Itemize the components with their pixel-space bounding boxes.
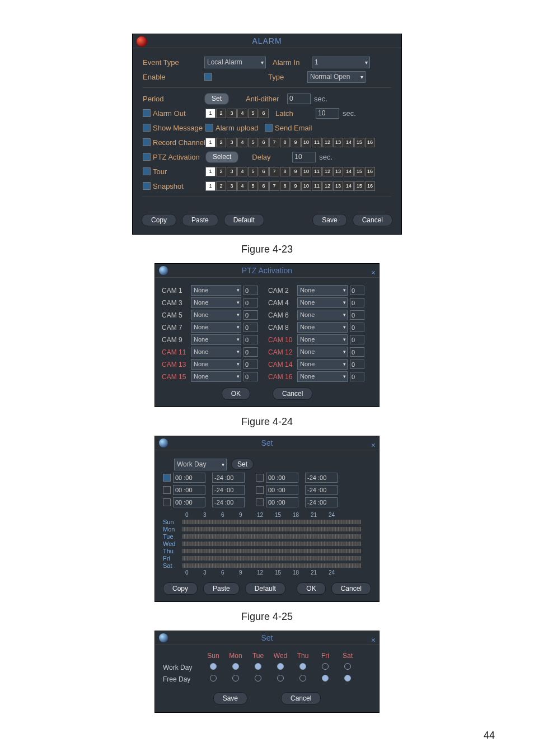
slot-checkbox[interactable] (256, 498, 264, 506)
enable-checkbox[interactable] (204, 73, 212, 81)
ptz-preset-select[interactable]: None (191, 371, 241, 382)
channel-2[interactable]: 2 (216, 167, 226, 176)
cancel-button[interactable]: Cancel (331, 582, 371, 595)
channel-5[interactable]: 5 (248, 167, 258, 176)
alarm-upload-checkbox[interactable] (205, 124, 213, 132)
channel-3[interactable]: 3 (227, 109, 237, 118)
slot-checkbox[interactable] (163, 474, 171, 482)
channel-5[interactable]: 5 (248, 109, 258, 118)
show-message-checkbox[interactable] (143, 124, 151, 132)
channel-6[interactable]: 6 (259, 167, 269, 176)
record-channel-checkbox[interactable] (143, 138, 151, 146)
default-button[interactable]: Default (245, 582, 285, 595)
channel-4[interactable]: 4 (237, 138, 247, 147)
channel-14[interactable]: 14 (344, 181, 354, 191)
slot-checkbox[interactable] (256, 474, 264, 482)
record-channels[interactable]: 12345678910111213141516 (205, 138, 375, 147)
channel-12[interactable]: 12 (322, 138, 332, 147)
default-button[interactable]: Default (224, 214, 264, 226)
ptz-preset-select[interactable]: None (297, 359, 348, 370)
day-bar[interactable] (182, 534, 361, 539)
freeday-radio[interactable] (210, 675, 217, 682)
channel-14[interactable]: 14 (344, 167, 354, 176)
copy-button[interactable]: Copy (163, 582, 198, 595)
freeday-radio[interactable] (232, 675, 239, 682)
ptz-preset-input[interactable] (350, 360, 364, 369)
channel-1[interactable]: 1 (205, 167, 216, 176)
workday-select[interactable]: Work Day (174, 459, 227, 470)
channel-10[interactable]: 10 (301, 138, 311, 147)
channel-6[interactable]: 6 (259, 109, 269, 118)
save-button[interactable]: Save (312, 214, 346, 226)
channel-1[interactable]: 1 (205, 181, 216, 191)
freeday-radio[interactable] (277, 675, 284, 682)
ptz-preset-input[interactable] (350, 310, 364, 320)
cancel-button[interactable]: Cancel (353, 214, 392, 226)
slot-checkbox[interactable] (256, 486, 264, 494)
set-button[interactable]: Set (231, 459, 254, 470)
ptz-preset-input[interactable] (243, 323, 258, 332)
type-select[interactable]: Normal Open (307, 71, 366, 83)
freeday-radio[interactable] (322, 675, 329, 682)
channel-3[interactable]: 3 (227, 167, 237, 176)
channel-12[interactable]: 12 (322, 181, 332, 191)
channel-2[interactable]: 2 (216, 138, 226, 147)
channel-8[interactable]: 8 (280, 167, 290, 176)
slot-end-input[interactable] (305, 485, 338, 495)
save-button[interactable]: Save (213, 692, 247, 704)
paste-button[interactable]: Paste (203, 582, 240, 595)
workday-radio[interactable] (322, 663, 329, 670)
channel-13[interactable]: 13 (333, 181, 343, 191)
channel-11[interactable]: 11 (312, 167, 322, 176)
channel-3[interactable]: 3 (227, 138, 237, 147)
close-icon[interactable]: × (371, 266, 376, 279)
channel-6[interactable]: 6 (259, 181, 269, 191)
close-icon[interactable]: × (371, 633, 376, 647)
channel-8[interactable]: 8 (280, 138, 290, 147)
ptz-preset-input[interactable] (243, 298, 258, 307)
slot-start-input[interactable] (266, 485, 298, 495)
slot-end-input[interactable] (305, 497, 338, 507)
ptz-preset-select[interactable]: None (191, 322, 241, 333)
channel-16[interactable]: 16 (365, 181, 375, 191)
ptz-preset-select[interactable]: None (297, 347, 348, 357)
slot-start-input[interactable] (173, 485, 205, 495)
channel-8[interactable]: 8 (280, 181, 290, 191)
cancel-button[interactable]: Cancel (273, 388, 312, 400)
ptz-preset-select[interactable]: None (191, 310, 241, 320)
ptz-preset-input[interactable] (350, 286, 364, 295)
anti-dither-input[interactable] (287, 94, 311, 104)
ptz-preset-select[interactable]: None (297, 322, 348, 333)
workday-radio[interactable] (210, 663, 217, 670)
ptz-preset-select[interactable]: None (297, 310, 348, 320)
ptz-preset-select[interactable]: None (297, 297, 348, 308)
workday-radio[interactable] (344, 663, 351, 670)
channel-7[interactable]: 7 (269, 138, 279, 147)
slot-start-input[interactable] (173, 497, 205, 507)
day-bar[interactable] (182, 527, 361, 531)
channel-1[interactable]: 1 (205, 109, 216, 118)
close-icon[interactable]: × (371, 438, 376, 452)
day-bar[interactable] (182, 549, 361, 553)
day-bar[interactable] (182, 563, 361, 568)
channel-4[interactable]: 4 (237, 109, 247, 118)
ptz-preset-input[interactable] (243, 335, 258, 344)
paste-button[interactable]: Paste (182, 214, 218, 226)
ptz-preset-input[interactable] (243, 286, 258, 295)
ok-button[interactable]: OK (297, 582, 325, 595)
ptz-preset-input[interactable] (243, 310, 258, 320)
slot-end-input[interactable] (305, 473, 338, 483)
channel-1[interactable]: 1 (205, 138, 216, 147)
freeday-radio[interactable] (344, 675, 351, 682)
send-email-checkbox[interactable] (265, 124, 273, 132)
channel-12[interactable]: 12 (322, 167, 332, 176)
tour-checkbox[interactable] (143, 167, 151, 175)
slot-start-input[interactable] (266, 497, 298, 507)
ptz-preset-select[interactable]: None (297, 334, 348, 345)
ptz-preset-input[interactable] (243, 372, 258, 381)
channel-5[interactable]: 5 (248, 181, 258, 191)
period-set-button[interactable]: Set (204, 93, 229, 105)
freeday-radio[interactable] (299, 675, 306, 682)
channel-15[interactable]: 15 (354, 181, 364, 191)
channel-13[interactable]: 13 (333, 138, 343, 147)
